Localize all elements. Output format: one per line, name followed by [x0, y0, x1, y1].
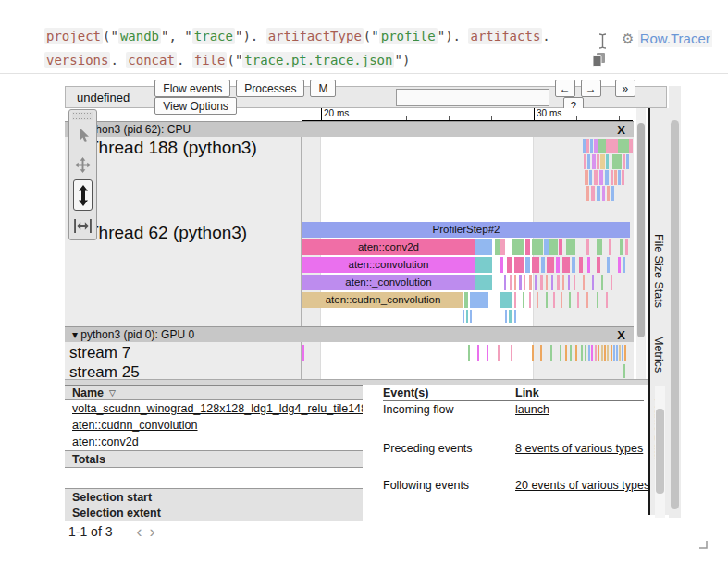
toolbar-button-processes[interactable]: Processes	[236, 80, 304, 97]
trace-event[interactable]	[512, 239, 524, 255]
trace-event[interactable]	[525, 257, 530, 273]
resize-corner-icon[interactable]	[698, 536, 708, 553]
trace-event[interactable]	[574, 275, 575, 290]
trace-event[interactable]	[507, 257, 512, 273]
trace-event[interactable]	[602, 186, 605, 201]
trace-event[interactable]	[585, 170, 588, 185]
trace-event[interactable]	[586, 186, 589, 201]
kernel-name-link[interactable]: volta_scudnn_winograd_128x128_ldg1_ldg4_…	[72, 402, 363, 415]
flame-bar[interactable]: aten::cudnn_convolution	[302, 292, 463, 308]
trace-event[interactable]	[609, 239, 611, 255]
gpu-kernel-event[interactable]	[487, 345, 488, 361]
gpu-kernel-event[interactable]	[616, 345, 618, 361]
next-page-icon[interactable]: ›	[145, 525, 158, 538]
trace-event[interactable]	[559, 239, 562, 255]
sidebar-tab-file-size-stats[interactable]: File Size Stats	[652, 234, 665, 308]
flame-bar[interactable]: ProfilerStep#2	[302, 222, 630, 238]
trace-event[interactable]	[625, 239, 628, 255]
name-column-header[interactable]: Name ▽	[65, 385, 363, 400]
trace-event[interactable]	[535, 275, 537, 290]
toolbar-nav-0[interactable]: ←	[555, 80, 575, 97]
palette-drag-handle[interactable]	[72, 112, 93, 120]
trace-event[interactable]	[475, 257, 492, 273]
trace-event[interactable]	[562, 257, 570, 273]
timeline-scrollbar[interactable]	[636, 108, 646, 379]
pan-tool-icon[interactable]	[69, 150, 96, 179]
flame-bar[interactable]: aten::_convolution	[302, 275, 475, 290]
trace-event[interactable]	[514, 292, 516, 308]
selection-tool-icon[interactable]	[69, 120, 96, 150]
copy-icon[interactable]	[593, 53, 605, 70]
zoom-tool-icon[interactable]	[73, 179, 93, 211]
trace-event[interactable]	[500, 239, 505, 255]
gpu-kernel-event[interactable]	[575, 345, 577, 361]
gpu-kernel-event[interactable]	[595, 345, 597, 361]
event-link[interactable]: 8 events of various types	[515, 442, 643, 455]
trace-event[interactable]	[568, 275, 570, 290]
gpu-kernel-event[interactable]	[540, 345, 542, 361]
trace-event[interactable]	[541, 257, 545, 273]
trace-event[interactable]	[566, 239, 575, 255]
trace-event[interactable]	[629, 139, 633, 153]
gpu-kernel-event[interactable]	[570, 345, 572, 361]
trace-event[interactable]	[618, 257, 621, 273]
trace-event[interactable]	[611, 275, 612, 290]
trace-event[interactable]	[626, 154, 629, 169]
trace-event[interactable]	[611, 186, 614, 201]
trace-event[interactable]	[586, 239, 589, 255]
process-header-gpu[interactable]: ▾ python3 (pid 0): GPU 0 X	[65, 326, 634, 342]
trace-event[interactable]	[606, 139, 618, 153]
trace-event[interactable]	[529, 292, 531, 308]
gpu-kernel-event[interactable]	[611, 345, 612, 361]
trace-event[interactable]	[464, 292, 468, 308]
trace-event[interactable]	[532, 239, 543, 255]
trace-event[interactable]	[584, 154, 586, 169]
trace-event[interactable]	[544, 239, 549, 255]
toolbar-nav-2[interactable]: »	[615, 80, 635, 97]
trace-event[interactable]	[598, 139, 606, 153]
trace-event[interactable]	[500, 292, 512, 308]
trace-event[interactable]	[546, 292, 548, 308]
toolbar-button-m[interactable]: M	[310, 80, 336, 97]
trace-event[interactable]	[597, 257, 600, 273]
trace-event[interactable]	[549, 239, 558, 255]
process-header-cpu[interactable]: ▾ python3 (pid 62): CPU X	[65, 121, 634, 137]
trace-event[interactable]	[590, 139, 593, 153]
trace-event[interactable]	[592, 154, 596, 169]
trace-event[interactable]	[524, 275, 525, 290]
gpu-kernel-event[interactable]	[511, 345, 512, 361]
trace-event[interactable]	[620, 239, 623, 255]
trace-event[interactable]	[622, 170, 624, 185]
trace-event[interactable]	[470, 310, 472, 323]
timeline-scrollbar-thumb[interactable]	[637, 123, 645, 337]
trace-event[interactable]	[618, 170, 621, 185]
trace-event[interactable]	[562, 275, 564, 290]
search-input[interactable]	[396, 89, 549, 106]
gpu-kernel-event[interactable]	[565, 345, 567, 361]
gpu-kernel-event[interactable]	[550, 345, 552, 361]
trace-event[interactable]	[551, 275, 553, 290]
gpu-kernel-event[interactable]	[598, 345, 599, 361]
trace-event[interactable]	[589, 170, 592, 185]
trace-event[interactable]	[463, 310, 464, 323]
query-expression[interactable]: project("wandb", "trace"). artifactType(…	[44, 24, 599, 72]
toolbar-button-flow-events[interactable]: Flow events	[154, 80, 230, 97]
trace-event[interactable]	[597, 292, 598, 308]
trace-event[interactable]	[606, 292, 608, 308]
gpu-kernel-event[interactable]	[613, 345, 615, 361]
gpu-kernel-event[interactable]	[468, 345, 470, 361]
close-icon[interactable]: X	[617, 123, 625, 137]
trace-event[interactable]	[519, 275, 522, 290]
trace-event[interactable]	[601, 275, 603, 290]
flame-bar[interactable]: aten::conv2d	[302, 239, 475, 255]
trace-event[interactable]	[470, 292, 488, 308]
trace-event[interactable]	[614, 170, 617, 185]
trace-event[interactable]	[605, 170, 609, 185]
trace-event[interactable]	[592, 275, 594, 290]
details-scrollbar-thumb[interactable]	[656, 409, 664, 494]
trace-event[interactable]	[606, 154, 609, 169]
trace-event[interactable]	[623, 257, 625, 273]
trace-event[interactable]	[597, 239, 602, 255]
trace-event[interactable]	[540, 275, 543, 290]
toolbar-button-view-options[interactable]: View Options	[154, 97, 236, 115]
